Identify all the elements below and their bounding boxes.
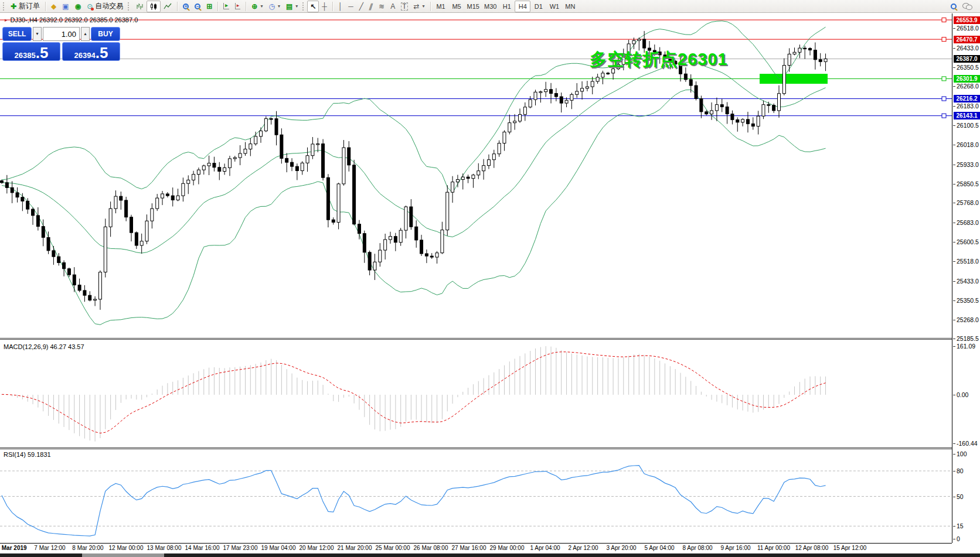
horizontal-line-button[interactable]: ─ [345, 1, 356, 12]
macd-histogram [2, 346, 826, 442]
sell-button[interactable]: SELL [2, 27, 32, 41]
panel-separator[interactable] [0, 447, 980, 449]
macd-label: MACD(12,26,9) 46.27 43.57 [4, 343, 84, 350]
autotrade-icon: ⊙ [87, 3, 93, 10]
arrows-button[interactable]: ⇄▾ [411, 1, 428, 12]
zoom-in-button[interactable]: + [180, 1, 192, 12]
level-end-marker [942, 37, 946, 42]
periods-button[interactable]: ◷▾ [266, 1, 283, 12]
rsi-tick-label: 50 [957, 493, 964, 501]
time-axis-label: 15 Apr 12:00 [826, 545, 873, 551]
fibonacci-button[interactable]: ≋ [376, 1, 387, 12]
line-chart-button[interactable] [161, 1, 175, 12]
arrows-icon: ⇄ [414, 3, 420, 10]
price-level-badge: 26301.9 [954, 75, 980, 83]
price-tick-label: 25433.0 [957, 278, 979, 285]
candles [1, 31, 828, 310]
text-label-icon: T [401, 2, 407, 11]
trendline-button[interactable]: ╱ [356, 1, 366, 12]
channel-button[interactable]: ∥ [366, 1, 376, 12]
buy-button[interactable]: BUY [91, 27, 120, 41]
tf-m1-button[interactable]: M1 [433, 1, 449, 12]
equidistant-channel-icon: ∥ [368, 3, 374, 10]
toolbar-grip [128, 2, 130, 11]
price-tick-label: 26433.0 [957, 45, 979, 52]
separator [45, 2, 46, 11]
panel-separator[interactable] [0, 338, 980, 340]
price-tick-label: 26018.0 [957, 141, 979, 149]
separator [430, 2, 431, 11]
tf-m5-button[interactable]: M5 [449, 1, 465, 12]
volume-input[interactable] [43, 27, 80, 41]
price-tick-label: 25850.5 [957, 180, 979, 188]
navigator-button[interactable]: ▣ [59, 1, 72, 12]
tf-m30-button[interactable]: M30 [482, 1, 499, 12]
price-tick-label: 25768.0 [957, 199, 979, 207]
signal-icon: ◉ [75, 3, 81, 10]
rsi-tick-label: 0 [957, 535, 960, 543]
main-chart-canvas[interactable] [0, 13, 952, 338]
horizontal-line-icon: ─ [348, 3, 353, 10]
price-tick-label: 25518.0 [957, 258, 979, 265]
sell-price-box[interactable]: 26385 .5 [2, 42, 60, 61]
time-axis[interactable]: 6 Mar 20197 Mar 12:008 Mar 20:0012 Mar 0… [0, 544, 980, 553]
volume-increase-button[interactable]: ▴ [81, 27, 90, 41]
text-label-button[interactable]: T [398, 1, 410, 12]
indicators-button[interactable]: ⊕▾ [249, 1, 266, 12]
buy-price-box[interactable]: 26394 .5 [62, 42, 120, 61]
charts-list-button[interactable]: ◆ [48, 1, 59, 12]
price-tick-label: 26100.5 [957, 122, 979, 129]
separator [332, 2, 333, 11]
rsi-tick-label: 100 [957, 450, 967, 458]
text-button[interactable]: A [387, 1, 398, 12]
tile-windows-icon: ⊞ [206, 3, 212, 10]
macd-panel-canvas[interactable] [0, 343, 952, 447]
chevron-down-icon: ▾ [423, 4, 425, 9]
tf-h1-button[interactable]: H1 [499, 1, 515, 12]
tf-m15-button[interactable]: M15 [465, 1, 482, 12]
level-end-marker [942, 114, 946, 118]
separator [217, 2, 218, 11]
macd-signal-line [2, 352, 826, 433]
autotrade-button[interactable]: ⊙ 自动交易 [84, 1, 126, 12]
level-end-marker [942, 18, 946, 22]
search-icon[interactable] [951, 4, 957, 9]
vertical-line-button[interactable]: │ [335, 1, 346, 12]
chat-icon[interactable] [962, 2, 972, 10]
tf-h4-button[interactable]: H4 [515, 1, 530, 12]
sell-price-int: 26385 [15, 52, 36, 59]
buy-price-int: 26394 [74, 52, 96, 59]
price-level-badge: 26553.9 [954, 16, 980, 24]
fibonacci-icon: ≋ [379, 3, 384, 10]
auto-scroll-icon: ▸ [223, 3, 229, 9]
tile-windows-button[interactable]: ⊞ [203, 1, 215, 12]
tf-d1-button[interactable]: D1 [530, 1, 546, 12]
auto-scroll-button[interactable]: ▸ [220, 1, 232, 12]
vertical-line-icon: │ [338, 3, 343, 10]
zoom-out-icon: − [195, 4, 200, 9]
chart-mark-icon: ▸ [5, 18, 8, 23]
cursor-button[interactable]: ↖ [307, 1, 319, 12]
chart-title: ▸ DJ30-,H4 26392.0 26392.0 26385.0 26387… [5, 16, 138, 23]
candle-chart-button[interactable] [147, 1, 161, 12]
rsi-panel-canvas[interactable] [0, 449, 952, 543]
tf-mn-button[interactable]: MN [562, 1, 578, 12]
one-click-trade-panel: SELL ▾ ▴ BUY 26385 .5 26394 .5 [2, 27, 120, 61]
macd-tick-label: -160.44 [957, 440, 978, 447]
highlight-bar [760, 74, 828, 84]
templates-button[interactable]: ▤▾ [283, 1, 301, 12]
chevron-down-icon: ▾ [295, 4, 298, 9]
new-order-button[interactable]: ✚ 新订单 [8, 1, 43, 12]
bar-chart-button[interactable] [132, 1, 147, 12]
price-tick-label: 25683.0 [957, 219, 979, 227]
price-axis[interactable]: 26518.026433.026350.526268.026183.026100… [952, 13, 980, 543]
crosshair-icon: ┼ [322, 3, 327, 10]
crosshair-button[interactable]: ┼ [319, 1, 330, 12]
tf-w1-button[interactable]: W1 [546, 1, 562, 12]
chart-shift-button[interactable]: ▸ [232, 1, 244, 12]
chevron-down-icon: ▾ [260, 4, 263, 9]
volume-decrease-button[interactable]: ▾ [33, 27, 42, 41]
zoom-out-button[interactable]: − [192, 1, 203, 12]
signals-button[interactable]: ◉ [72, 1, 84, 12]
level-end-marker [942, 77, 946, 81]
